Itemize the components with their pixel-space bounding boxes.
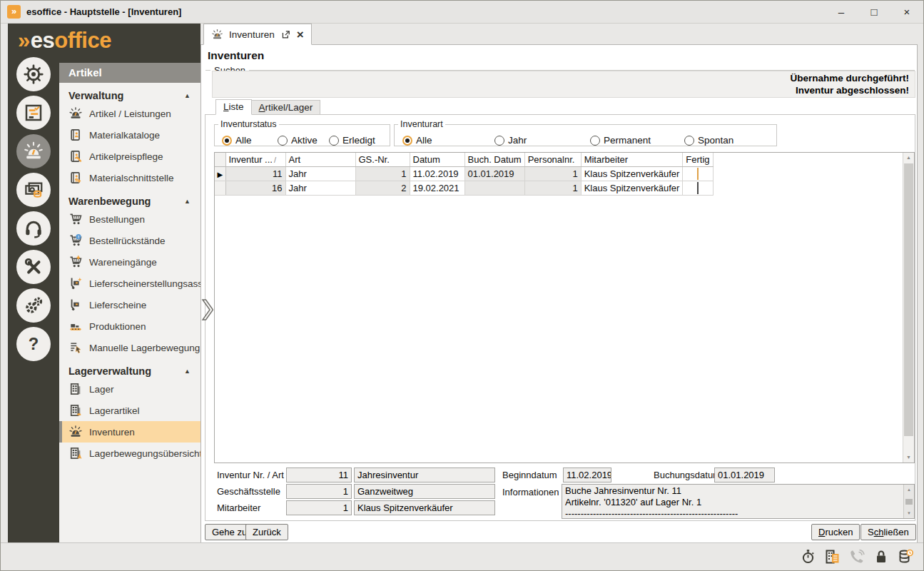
brand-text-1: es (31, 28, 54, 53)
col-datum[interactable]: Datum (410, 153, 464, 166)
col-inventur-nr[interactable]: Inventur .../ (225, 153, 285, 166)
planning-board-icon[interactable] (16, 96, 51, 130)
field-inventur-art[interactable]: Jahresinventur (354, 468, 495, 482)
tab-inventuren[interactable]: Inventuren × (203, 24, 312, 45)
field-geschaeftsstelle-name[interactable]: Ganzweitweg (354, 484, 495, 499)
scroll-up-icon[interactable]: ▲ (904, 486, 914, 493)
field-geschaeftsstelle-nr[interactable]: 1 (286, 484, 352, 499)
scroll-down-icon[interactable]: ▼ (903, 453, 914, 463)
radio-status-erledigt[interactable]: Erledigt (329, 135, 375, 146)
sidebar-item-lagerartikel[interactable]: Lagerartikel (59, 400, 200, 421)
sidebar-item-lager[interactable]: Lager (59, 378, 200, 400)
scroll-up-icon[interactable]: ▲ (903, 153, 914, 163)
phone-icon[interactable] (848, 548, 865, 565)
col-mitarbeiter[interactable]: Mitarbeiter (581, 153, 683, 166)
scrollbar-thumb[interactable] (905, 499, 913, 505)
radio-art-jahr[interactable]: Jahr (494, 135, 527, 146)
sidebar-item-lieferscheinerstellung[interactable]: Lieferscheinerstellungsassi... (59, 273, 200, 294)
radio-status-aktive[interactable]: Aktive (278, 135, 318, 146)
sidebar-item-lieferscheine[interactable]: Lieferscheine (59, 294, 200, 315)
maximize-button[interactable]: □ (858, 1, 890, 23)
sort-ascending-icon: / (274, 156, 276, 164)
siren-icon[interactable] (16, 134, 51, 168)
tab-close-icon[interactable]: × (297, 29, 304, 40)
tab-artikel-lager[interactable]: Artikel/Lager (252, 100, 321, 115)
sidebar-item-bestellrueckstaende[interactable]: Bestellrückstände (59, 230, 200, 251)
informationen-textarea[interactable]: Buche Jahresinventur Nr. 11 Artikelnr. '… (562, 484, 915, 519)
section-warenbewegung[interactable]: Warenbewegung ▲ (59, 188, 200, 208)
textarea-scrollbar[interactable]: ▲ ▼ (903, 485, 914, 518)
field-mitarbeiter-nr[interactable]: 1 (286, 500, 352, 515)
radio-label: Alle (235, 135, 252, 146)
col-personalnr[interactable]: Personalnr. (524, 153, 581, 166)
sidebar-item-manuelle-lagerbewegung[interactable]: Manuelle Lagerbewegung (59, 337, 200, 358)
database-sync-icon[interactable] (897, 548, 914, 565)
sidebar-collapse-handle-icon[interactable] (200, 298, 213, 322)
radio-icon (402, 136, 412, 146)
sidebar-item-label: Produktionen (89, 321, 146, 332)
tab-liste[interactable]: Liste (215, 99, 252, 115)
field-buchungsdatum[interactable]: 01.01.2019 (714, 468, 775, 482)
stopwatch-icon[interactable] (800, 548, 817, 565)
money-icon[interactable] (16, 173, 51, 207)
grid-vertical-scrollbar[interactable]: ▲ ▼ (903, 153, 914, 463)
col-buch-datum[interactable]: Buch. Datum (464, 153, 524, 166)
sidebar-item-wareneingaenge[interactable]: Wareneingänge (59, 251, 200, 273)
close-button[interactable]: × (890, 1, 923, 23)
fertig-checkbox-unchecked[interactable] (697, 182, 699, 194)
tab-label: Inventuren (229, 29, 275, 40)
open-external-icon[interactable] (280, 29, 291, 40)
sidebar-item-inventuren[interactable]: Inventuren (59, 421, 200, 443)
cell-fertig (683, 166, 713, 181)
scroll-down-icon[interactable]: ▼ (904, 510, 914, 517)
label-informationen: Informationen (502, 487, 559, 497)
col-art[interactable]: Art (285, 153, 355, 166)
col-gs-nr[interactable]: GS.-Nr. (355, 153, 410, 166)
group-legend: Inventurart (398, 119, 445, 129)
brand-logo: »esoffice (18, 28, 111, 54)
module-rail (8, 57, 59, 361)
sidebar-item-materialschnittstelle[interactable]: Materialschnittstelle (59, 167, 200, 188)
help-icon[interactable] (16, 327, 51, 361)
section-verwaltung[interactable]: Verwaltung ▲ (59, 83, 200, 103)
field-beginndatum[interactable]: 11.02.2019 (563, 468, 611, 482)
tools-icon[interactable] (16, 250, 51, 284)
col-fertig[interactable]: Fertig (683, 153, 713, 166)
field-inventur-nr[interactable]: 11 (286, 468, 352, 482)
schliessen-button[interactable]: Schließen (860, 524, 916, 540)
field-mitarbeiter-name[interactable]: Klaus Spitzenverkäufer (354, 500, 495, 515)
cell-art: Jahr (285, 181, 355, 195)
zurueck-button[interactable]: Zurück (245, 524, 288, 540)
scrollbar-thumb[interactable] (904, 163, 913, 436)
main-area: Inventuren × Inventuren Suchen Übernahme… (200, 24, 918, 543)
headset-icon[interactable] (16, 211, 51, 246)
sidebar-item-materialkataloge[interactable]: Materialkataloge (59, 124, 200, 146)
radio-art-spontan[interactable]: Spontan (684, 135, 733, 146)
company-icon[interactable] (824, 548, 841, 565)
radio-art-permanent[interactable]: Permanent (590, 135, 651, 146)
lock-icon[interactable] (873, 548, 890, 565)
cell-inventur-nr: 16 (225, 181, 285, 195)
radio-art-alle[interactable]: Alle (402, 135, 432, 146)
radio-status-alle[interactable]: Alle (222, 135, 252, 146)
cell-buch-datum (464, 181, 524, 195)
gears-icon[interactable] (16, 288, 51, 323)
liste-tabpage: Inventurstatus Alle Aktive Erledigt (205, 114, 915, 521)
minimize-button[interactable]: – (825, 1, 858, 23)
siren-icon (211, 29, 223, 41)
sidebar-item-artikel-leistungen[interactable]: Artikel / Leistungen (59, 103, 200, 124)
sidebar-item-label: Materialschnittstelle (89, 173, 174, 183)
radio-icon (494, 136, 504, 146)
sidebar-item-lagerbewegungsuebersicht[interactable]: Lagerbewegungsübersicht (59, 443, 200, 464)
info-line: Artikelnr. '011320' auf Lager Nr. 1 (565, 497, 900, 508)
sidebar-item-produktionen[interactable]: Produktionen (59, 315, 200, 337)
content-panel: Inventuren Suchen Übernahme durchgeführt… (200, 45, 918, 543)
sidebar-item-artikelpreispflege[interactable]: Artikelpreispflege (59, 146, 200, 167)
table-row[interactable]: 16 Jahr 2 19.02.2021 1 Klaus Spitzenverk… (215, 181, 713, 195)
drucken-button[interactable]: Drucken (811, 524, 860, 540)
table-row[interactable]: ▶ 11 Jahr 1 11.02.2019 01.01.2019 1 Klau… (215, 166, 713, 181)
sidebar-item-bestellungen[interactable]: Bestellungen (59, 208, 200, 230)
fertig-checkbox-checked[interactable] (697, 168, 699, 180)
section-lagerverwaltung[interactable]: Lagerverwaltung ▲ (59, 358, 200, 378)
helm-icon[interactable] (16, 57, 51, 91)
